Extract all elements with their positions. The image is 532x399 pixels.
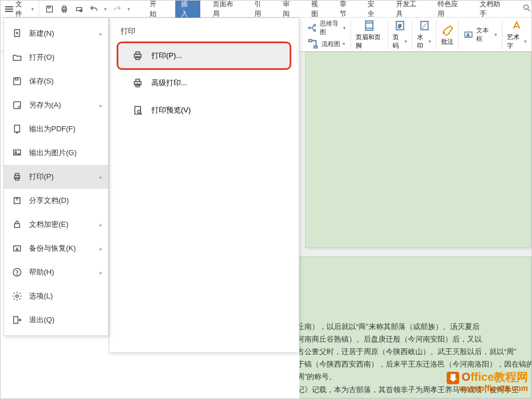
menu-label: 备份与恢复(K) xyxy=(29,243,76,253)
save-icon xyxy=(12,76,22,86)
header-footer-icon xyxy=(363,19,376,32)
ribbon-textbox[interactable]: A 文本框▾ xyxy=(463,26,497,43)
mindmap-icon xyxy=(307,22,317,34)
document-canvas[interactable]: 词(6张) （今河南商丘南），以后就以“商”来称其部落（或部族）。汤灭夏后 定都… xyxy=(299,52,531,398)
menu-options[interactable]: 选项(L) xyxy=(4,284,108,308)
chevron-down-icon: ▾ xyxy=(343,25,346,31)
exit-icon xyxy=(12,315,22,325)
menu-open[interactable]: 打开(O) xyxy=(4,45,108,69)
svg-rect-28 xyxy=(15,78,18,80)
menu-encrypt[interactable]: 文档加密(E)▸ xyxy=(4,213,108,236)
chevron-down-icon: ▾ xyxy=(524,39,527,44)
menu-label: 分享文档(D) xyxy=(29,196,69,206)
options-icon xyxy=(12,291,22,301)
menu-new[interactable]: 新建(N)▸ xyxy=(4,22,108,45)
print-preview-quick-icon[interactable] xyxy=(75,5,84,14)
open-folder-icon xyxy=(12,52,22,63)
print-icon xyxy=(132,50,143,61)
tab-pagelayout[interactable]: 页面布局 xyxy=(211,0,242,20)
flowchart-icon xyxy=(307,38,319,50)
svg-rect-47 xyxy=(136,79,140,81)
ribbon-header-footer[interactable]: 页眉和页脚 xyxy=(351,20,388,49)
tab-reference[interactable]: 引用 xyxy=(252,0,270,20)
chevron-down-icon: ▾ xyxy=(405,39,407,44)
qa-more-chevron-icon[interactable]: ▾ xyxy=(127,6,130,12)
svg-point-40 xyxy=(17,275,18,275)
print-quick-icon[interactable] xyxy=(60,5,69,14)
svg-text:A: A xyxy=(467,33,470,37)
doc-line: 周：周人到古公亶父时，迁居于周原（今陕西岐山）。武王灭殷以后，就以“周” xyxy=(299,346,525,358)
file-menu-button[interactable]: 文件 ▾ xyxy=(1,1,39,17)
svg-rect-44 xyxy=(136,52,140,54)
watermark-brand-o: O xyxy=(461,371,471,383)
menu-print[interactable]: 打印(P)▸ xyxy=(4,165,108,189)
menu-backup[interactable]: 备份与恢复(K)▸ xyxy=(4,236,108,260)
ribbon-page-number[interactable]: # 页码▾ xyxy=(388,20,412,49)
submenu-print[interactable]: 打印(P)... xyxy=(118,43,290,68)
redo-icon[interactable] xyxy=(113,5,122,14)
tab-developer[interactable]: 开发工具 xyxy=(394,0,425,20)
tab-view[interactable]: 视图 xyxy=(309,0,327,20)
tab-insert[interactable]: 插入 xyxy=(175,0,200,20)
save-as-icon xyxy=(12,100,22,110)
menu-export-pdf[interactable]: 输出为PDF(F) xyxy=(4,117,108,141)
ribbon-annotate-label: 批注 xyxy=(441,38,453,46)
watermark-badge-icon xyxy=(447,372,459,384)
tab-start[interactable]: 开始 xyxy=(147,0,166,20)
menu-label: 输出为PDF(F) xyxy=(29,124,76,134)
menu-label: 保存(S) xyxy=(29,76,53,86)
submenu-title: 打印 xyxy=(113,26,295,41)
menu-label: 打开(O) xyxy=(29,52,55,63)
undo-icon[interactable] xyxy=(89,5,98,14)
svg-rect-37 xyxy=(15,224,20,228)
help-icon xyxy=(12,267,22,277)
tab-chapter[interactable]: 章节 xyxy=(337,0,356,20)
ribbon-watermark[interactable]: 水印▾ xyxy=(413,20,436,49)
svg-rect-34 xyxy=(15,173,19,176)
menu-share[interactable]: 分享文档(D) xyxy=(4,189,108,213)
chevron-right-icon: ▸ xyxy=(100,246,102,252)
chevron-right-icon: ▸ xyxy=(100,222,102,228)
undo-chevron-icon[interactable]: ▾ xyxy=(104,6,107,12)
page-number-icon: # xyxy=(394,19,406,32)
file-menu-dropdown: 新建(N)▸ 打开(O) 保存(S) 另存为(A)▸ 输出为PDF(F) 输出为… xyxy=(3,18,109,336)
menu-saveas[interactable]: 另存为(A)▸ xyxy=(4,93,108,117)
chevron-down-icon: ▾ xyxy=(31,6,34,12)
tab-special[interactable]: 特色应用 xyxy=(435,0,467,20)
menu-save[interactable]: 保存(S) xyxy=(4,69,108,93)
tab-assistant[interactable]: 文档助手 xyxy=(477,0,509,20)
submenu-print-preview[interactable]: 打印预览(V) xyxy=(118,98,290,123)
ribbon-annotate[interactable]: 批注 xyxy=(436,20,459,49)
svg-rect-1 xyxy=(48,6,50,7)
chevron-right-icon: ▸ xyxy=(100,269,102,276)
menu-help[interactable]: 帮助(H)▸ xyxy=(4,260,108,284)
new-file-icon xyxy=(12,28,22,39)
svg-rect-27 xyxy=(14,78,20,85)
submenu-advanced-print[interactable]: 高级打印... xyxy=(118,70,290,95)
search-icon[interactable] xyxy=(522,3,531,14)
chevron-down-icon: ▾ xyxy=(494,32,497,38)
menu-exit[interactable]: 退出(Q) xyxy=(4,308,108,332)
menu-export-image[interactable]: 输出为图片(G) xyxy=(4,141,108,165)
ribbon-flowchart[interactable]: 流程图▾ xyxy=(307,38,346,50)
ribbon-mindmap[interactable]: 思维导图▾ xyxy=(307,19,346,36)
chevron-right-icon: ▸ xyxy=(100,102,102,109)
menu-tabs: 开始 插入 页面布局 引用 审阅 视图 章节 安全 开发工具 特色应用 文档助手 xyxy=(136,1,531,17)
ribbon-wordart[interactable]: 艺术字▾ xyxy=(502,20,531,49)
menu-label: 另存为(A) xyxy=(29,100,61,110)
save-icon[interactable] xyxy=(45,5,54,14)
share-icon xyxy=(12,196,22,206)
tab-security[interactable]: 安全 xyxy=(365,0,383,20)
wordart-icon xyxy=(510,19,523,32)
chevron-right-icon: ▸ xyxy=(100,174,102,180)
svg-point-7 xyxy=(524,5,529,10)
tab-review[interactable]: 审阅 xyxy=(281,0,299,20)
print-preview-icon xyxy=(132,105,143,116)
menu-label: 选项(L) xyxy=(29,291,53,301)
menu-label: 新建(N) xyxy=(29,28,54,39)
chevron-right-icon: ▸ xyxy=(100,31,102,37)
doc-line: 定都亳（今河南商丘谷熟镇）。后盘庚迁殷（今河南安阳）后，又以 xyxy=(299,333,525,346)
ribbon-page-number-label: 页码 xyxy=(393,33,403,50)
svg-rect-30 xyxy=(15,125,20,132)
svg-rect-0 xyxy=(46,6,52,12)
